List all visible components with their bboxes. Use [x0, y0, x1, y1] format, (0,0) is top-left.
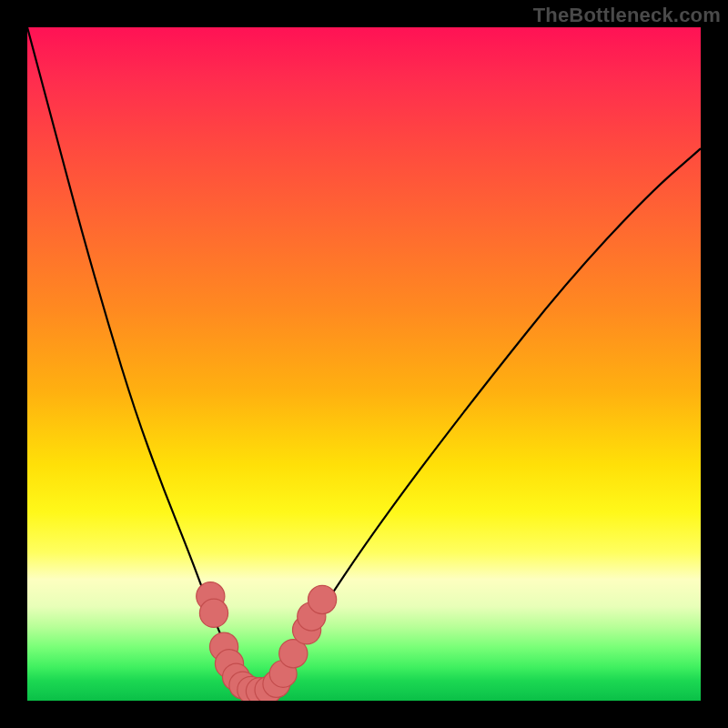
marker-group: [197, 582, 337, 701]
watermark-text: TheBottleneck.com: [533, 4, 721, 27]
chart-frame: TheBottleneck.com: [0, 0, 728, 728]
bottleneck-curve: [27, 27, 701, 693]
curve-marker: [308, 585, 337, 613]
curve-marker: [199, 599, 228, 627]
plot-area: [27, 27, 701, 701]
chart-overlay-svg: [27, 27, 701, 701]
